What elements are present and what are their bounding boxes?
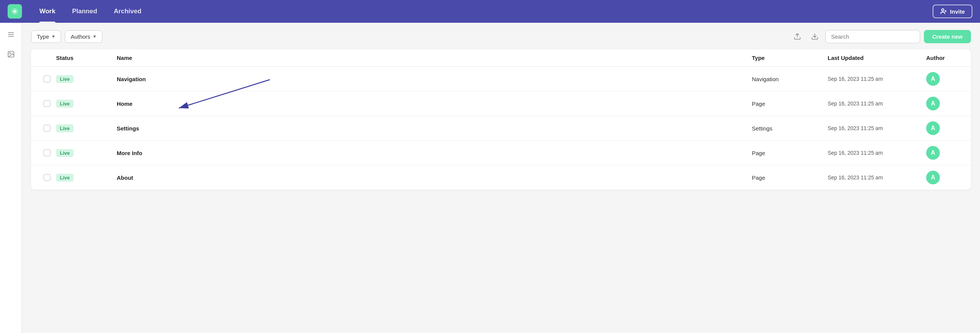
row-name: Settings [117,125,752,132]
row-type: Page [752,100,828,107]
row-name: Navigation [117,76,752,82]
avatar: A [926,97,940,110]
row-status: Live [56,100,117,108]
table-row[interactable]: Live Home Page Sep 16, 2023 11:25 am A [31,91,971,116]
row-checkbox-cell [38,100,56,107]
status-badge: Live [56,149,73,157]
row-last-updated: Sep 16, 2023 11:25 am [828,174,926,180]
type-filter-button[interactable]: Type ▼ [31,30,61,43]
row-type: Settings [752,125,828,132]
table-header: Status Name Type Last Updated Author [31,49,971,67]
header-last-updated: Last Updated [828,55,926,61]
row-checkbox-cell [38,75,56,82]
table-row[interactable]: Live Navigation Navigation Sep 16, 2023 … [31,67,971,91]
top-nav: Work Planned Archived Invite [0,0,980,23]
authors-filter-chevron-icon: ▼ [92,34,97,39]
type-filter-label: Type [37,33,49,40]
type-filter-chevron-icon: ▼ [51,34,56,39]
row-last-updated: Sep 16, 2023 11:25 am [828,100,926,107]
row-author: A [926,170,964,184]
row-author: A [926,146,964,160]
invite-label: Invite [950,8,965,15]
row-last-updated: Sep 16, 2023 11:25 am [828,76,926,82]
authors-filter-label: Authors [70,33,90,40]
upload-icon[interactable] [791,30,804,43]
header-status: Status [56,55,117,61]
header-author: Author [926,55,964,61]
row-author: A [926,97,964,110]
header-checkbox-col [38,55,56,61]
status-badge: Live [56,124,73,132]
avatar: A [926,121,940,135]
header-type: Type [752,55,828,61]
status-badge: Live [56,174,73,182]
row-name: Home [117,100,752,107]
row-type: Page [752,174,828,181]
row-checkbox[interactable] [44,150,50,156]
nav-tab-archived[interactable]: Archived [105,0,150,23]
menu-icon[interactable] [5,28,18,41]
row-checkbox[interactable] [44,100,50,107]
row-type: Navigation [752,76,828,82]
table-row[interactable]: Live More Info Page Sep 16, 2023 11:25 a… [31,141,971,166]
main-layout: Type ▼ Authors ▼ [0,23,980,333]
row-author: A [926,121,964,135]
row-status: Live [56,75,117,83]
nav-tabs: Work Planned Archived [31,0,482,23]
avatar: A [926,72,940,86]
invite-button[interactable]: Invite [932,5,972,18]
row-checkbox[interactable] [44,75,50,82]
svg-point-8 [9,53,10,54]
nav-tab-work[interactable]: Work [31,0,64,23]
table-row[interactable]: Live About Page Sep 16, 2023 11:25 am A [31,166,971,190]
avatar: A [926,170,940,184]
row-checkbox[interactable] [44,125,50,132]
row-name: About [117,174,752,181]
avatar: A [926,146,940,160]
table-row[interactable]: Live Settings Settings Sep 16, 2023 11:2… [31,116,971,141]
row-status: Live [56,124,117,132]
row-checkbox-cell [38,174,56,181]
toolbar-action-icons [791,30,822,43]
status-badge: Live [56,100,73,108]
toolbar: Type ▼ Authors ▼ [31,30,971,43]
row-checkbox[interactable] [44,174,50,181]
nav-tab-planned[interactable]: Planned [64,0,105,23]
status-badge: Live [56,75,73,83]
row-checkbox-cell [38,150,56,156]
row-name: More Info [117,150,752,156]
create-new-button[interactable]: Create new [924,30,971,43]
table-body: Live Navigation Navigation Sep 16, 2023 … [31,67,971,190]
row-status: Live [56,174,117,182]
download-icon[interactable] [808,30,822,43]
image-icon[interactable] [5,48,18,61]
row-last-updated: Sep 16, 2023 11:25 am [828,125,926,131]
row-last-updated: Sep 16, 2023 11:25 am [828,150,926,156]
main-content: Type ▼ Authors ▼ [22,23,980,333]
content-table: Status Name Type Last Updated Author Liv… [31,49,971,190]
sidebar [0,23,22,333]
row-author: A [926,72,964,86]
header-name: Name [117,55,752,61]
search-input[interactable] [826,30,920,43]
row-status: Live [56,149,117,157]
svg-point-1 [942,9,944,11]
authors-filter-button[interactable]: Authors ▼ [65,30,102,43]
row-type: Page [752,150,828,156]
row-checkbox-cell [38,125,56,132]
app-logo[interactable] [8,4,22,19]
